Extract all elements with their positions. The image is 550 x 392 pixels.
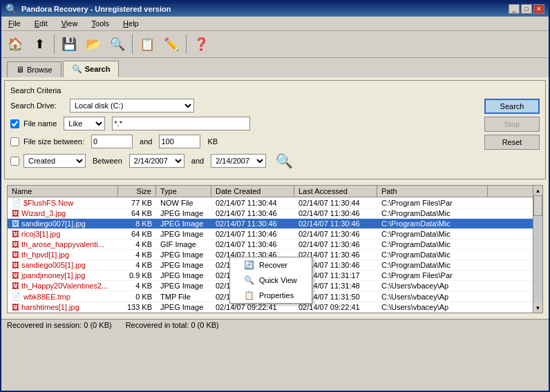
scroll-up-button[interactable]: ▲ <box>533 186 542 195</box>
menu-help[interactable]: Help <box>119 18 143 29</box>
filename-label: File name <box>23 119 57 128</box>
magnify-icon[interactable]: 🔍 <box>276 153 293 169</box>
maximize-button[interactable]: □ <box>521 4 532 14</box>
browse-icon: 🖥 <box>16 65 24 75</box>
filesize-and: and <box>140 137 152 146</box>
context-properties-label: Properties <box>259 291 294 300</box>
filename-checkbox[interactable] <box>10 119 19 128</box>
file-list-header: Name Size Type Date Created Last Accesse… <box>8 186 533 197</box>
tab-browse[interactable]: 🖥 Browse <box>7 61 61 77</box>
app-window: 🔍 Pandora Recovery - Unregistered versio… <box>0 0 550 392</box>
menu-bar: File Edit View Tools Help <box>1 17 549 31</box>
table-row[interactable]: 🖼sandiego007[1].jpg 8 KB JPEG Image 02/1… <box>8 219 533 229</box>
toolbar-folder[interactable]: 📂 <box>82 33 104 55</box>
title-bar-buttons: _ □ ✕ <box>509 4 544 14</box>
menu-tools[interactable]: Tools <box>87 18 113 29</box>
col-name[interactable]: Name <box>8 186 118 197</box>
tab-search[interactable]: 🔍 Search <box>63 61 120 77</box>
pattern-input[interactable] <box>112 117 250 130</box>
scroll-down-button[interactable]: ▼ <box>533 303 542 313</box>
criteria-fields: Search Drive: Local disk (C:) Local disk… <box>10 99 479 173</box>
drive-label: Search Drive: <box>10 101 66 110</box>
toolbar-search[interactable]: 🔍 <box>106 33 129 55</box>
menu-file[interactable]: File <box>4 18 25 29</box>
table-row[interactable]: 🖼Wizard_3.jpg 64 KB JPEG Image 02/14/07 … <box>8 208 533 219</box>
window-title: Pandora Recovery - Unregistered version <box>21 5 171 13</box>
close-button[interactable]: ✕ <box>533 4 544 14</box>
criteria-buttons: Search Stop Reset <box>484 99 540 173</box>
toolbar-separator-3 <box>186 35 187 54</box>
context-quickview-label: Quick View <box>259 276 297 284</box>
table-row[interactable]: 🖼th_arose_happyvalenti... 4 KB GIF Image… <box>8 239 533 250</box>
date-row: Created Modified Accessed Between 2/14/2… <box>10 153 479 169</box>
criteria-title: Search Criteria <box>10 86 540 95</box>
filename-row: File name Like Equals Contains <box>10 117 479 130</box>
filesize-row: File size between: and KB <box>10 135 479 148</box>
drive-row: Search Drive: Local disk (C:) Local disk… <box>10 99 479 112</box>
toolbar-edit[interactable]: ✏️ <box>160 33 182 55</box>
scroll-track[interactable] <box>533 195 542 303</box>
tab-browse-label: Browse <box>27 66 53 74</box>
minimize-button[interactable]: _ <box>509 4 520 14</box>
date-to-select[interactable]: 2/14/2007 <box>211 154 266 168</box>
menu-edit[interactable]: Edit <box>30 18 52 29</box>
title-bar: 🔍 Pandora Recovery - Unregistered versio… <box>1 1 549 17</box>
table-row[interactable]: 📄$FlushFS.Now 77 KB NOW File 02/14/07 11… <box>8 197 533 208</box>
quickview-icon: 🔍 <box>244 275 255 285</box>
scrollbar-vertical[interactable]: ▲ ▼ <box>533 186 542 313</box>
toolbar-separator-1 <box>54 35 55 54</box>
between-label: Between <box>93 157 122 165</box>
context-quickview[interactable]: 🔍 Quick View <box>230 273 312 288</box>
toolbar-separator-2 <box>132 35 133 54</box>
filesize-checkbox[interactable] <box>10 137 19 146</box>
size-from-input[interactable] <box>91 135 133 148</box>
stop-button[interactable]: Stop <box>484 117 540 132</box>
search-tab-icon: 🔍 <box>72 64 82 74</box>
date-checkbox[interactable] <box>10 157 19 166</box>
menu-view[interactable]: View <box>57 18 82 29</box>
session-status: Recovered in session: 0 (0 KB) <box>7 321 112 329</box>
col-date[interactable]: Date Created <box>211 186 294 197</box>
size-to-input[interactable] <box>159 135 200 148</box>
toolbar-help[interactable]: ❓ <box>190 33 212 55</box>
tab-bar: 🖥 Browse 🔍 Search <box>1 58 549 77</box>
date-from-select[interactable]: 2/14/2007 <box>129 154 184 168</box>
context-properties[interactable]: 📋 Properties <box>230 288 312 303</box>
recover-icon: 🔄 <box>244 260 255 270</box>
tab-search-label: Search <box>85 65 111 73</box>
filesize-unit: KB <box>207 137 218 146</box>
col-accessed[interactable]: Last Accessed <box>294 186 377 197</box>
search-criteria-box: Search Criteria Search Drive: Local disk… <box>4 80 546 179</box>
context-recover[interactable]: 🔄 Recover <box>230 257 312 273</box>
col-type[interactable]: Type <box>156 186 211 197</box>
scroll-thumb[interactable] <box>533 195 542 216</box>
toolbar-save[interactable]: 💾 <box>58 33 80 55</box>
filesize-label: File size between: <box>23 137 84 146</box>
date-and: and <box>191 157 204 165</box>
toolbar-clipboard[interactable]: 📋 <box>136 33 158 55</box>
status-bar: Recovered in session: 0 (0 KB) Recovered… <box>1 319 549 331</box>
context-recover-label: Recover <box>259 261 287 269</box>
toolbar: 🏠 ⬆ 💾 📂 🔍 📋 ✏️ ❓ <box>1 31 549 58</box>
like-select[interactable]: Like Equals Contains <box>64 117 105 130</box>
toolbar-up[interactable]: ⬆ <box>28 33 50 55</box>
date-type-select[interactable]: Created Modified Accessed <box>23 154 86 168</box>
col-size[interactable]: Size <box>118 186 156 197</box>
search-button[interactable]: Search <box>484 99 540 114</box>
table-row[interactable]: 🖼ricoj3[1].jpg 64 KB JPEG Image 02/14/07… <box>8 229 533 239</box>
col-path[interactable]: Path <box>377 186 488 197</box>
table-row[interactable]: 🖼harshtimes[1].jpg 133 KB JPEG Image 02/… <box>8 302 533 313</box>
reset-button[interactable]: Reset <box>484 135 540 150</box>
context-menu: 🔄 Recover 🔍 Quick View 📋 Properties <box>229 257 312 304</box>
drive-select[interactable]: Local disk (C:) Local disk (D:) All driv… <box>70 99 194 112</box>
total-status: Recovered in total: 0 (0 KB) <box>126 321 219 329</box>
properties-icon: 📋 <box>244 291 255 300</box>
app-icon: 🔍 <box>6 3 17 14</box>
toolbar-home[interactable]: 🏠 <box>4 33 26 55</box>
